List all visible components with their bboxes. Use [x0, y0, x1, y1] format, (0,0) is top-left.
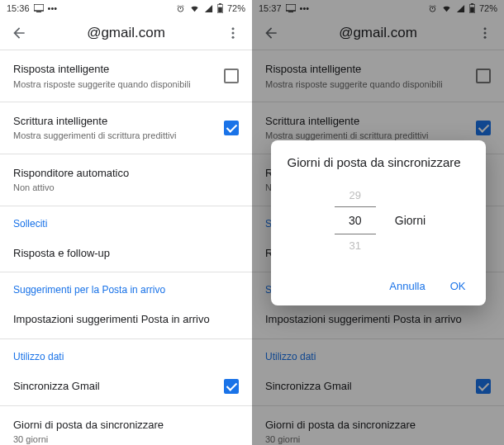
checkbox-smart-compose[interactable]	[224, 121, 239, 135]
svg-rect-8	[218, 7, 222, 12]
row-subtitle: 30 giorni	[13, 433, 239, 445]
svg-rect-7	[219, 3, 221, 4]
row-title: Risponditore automatico	[13, 166, 239, 181]
row-subtitle: Non attivo	[13, 182, 239, 193]
picker-next[interactable]: 31	[349, 234, 361, 257]
section-nudges: Solleciti	[0, 206, 252, 234]
row-sync-days[interactable]: Giorni di posta da sincronizzare 30 gior…	[0, 406, 252, 445]
row-subtitle: Mostra suggerimenti di scrittura preditt…	[13, 130, 224, 141]
status-time: 15:36	[7, 3, 30, 13]
row-subtitle: Mostra risposte suggerite quando disponi…	[13, 78, 224, 90]
svg-point-10	[232, 32, 235, 35]
status-battery-pct: 72%	[227, 3, 245, 13]
row-reply-followup[interactable]: Risposta e follow-up	[0, 234, 252, 272]
app-bar: @gmail.com	[0, 17, 252, 50]
row-title: Giorni di posta da sincronizzare	[13, 418, 239, 433]
row-title: Impostazioni suggerimenti Posta in arriv…	[13, 312, 239, 327]
battery-icon	[217, 3, 223, 13]
svg-rect-1	[36, 12, 41, 12]
status-bar: 15:36 ••• 72%	[0, 0, 252, 17]
alarm-icon	[176, 4, 185, 13]
signal-icon	[204, 4, 213, 13]
checkbox-sync-gmail[interactable]	[224, 379, 239, 394]
row-smart-compose[interactable]: Scrittura intelligente Mostra suggerimen…	[0, 102, 252, 154]
screen-left: 15:36 ••• 72% @gmail.com	[0, 0, 252, 445]
page-title: @gmail.com	[30, 25, 222, 41]
overflow-menu-button[interactable]	[222, 26, 244, 40]
row-title: Scrittura intelligente	[13, 114, 224, 129]
picker-prev[interactable]: 29	[349, 184, 361, 206]
dialog-scrim[interactable]: Giorni di posta da sincronizzare 29 30 3…	[252, 0, 504, 445]
dialog-title: Giorni di posta da sincronizzare	[288, 155, 469, 169]
section-inbox-tips: Suggerimenti per la Posta in arrivo	[0, 272, 252, 301]
row-title: Sincronizza Gmail	[13, 379, 224, 394]
number-picker[interactable]: 29 30 31 Giorni	[288, 184, 469, 257]
svg-line-4	[178, 5, 178, 6]
picker-unit: Giorni	[395, 214, 426, 227]
row-title: Risposta e follow-up	[13, 246, 239, 261]
cancel-button[interactable]: Annulla	[386, 275, 428, 297]
svg-line-5	[183, 5, 183, 6]
row-smart-reply[interactable]: Risposta intelligente Mostra risposte su…	[0, 50, 252, 102]
checkbox-smart-reply[interactable]	[224, 69, 239, 83]
section-data-usage: Utilizzo dati	[0, 339, 252, 367]
sync-days-dialog: Giorni di posta da sincronizzare 29 30 3…	[271, 140, 486, 305]
more-icon: •••	[48, 3, 58, 13]
screen-right: 15:37 ••• 72% @gmail.com	[252, 0, 504, 445]
ok-button[interactable]: OK	[447, 275, 469, 297]
picker-selected[interactable]: 30	[335, 206, 376, 234]
svg-point-2	[178, 6, 183, 11]
svg-point-11	[232, 36, 235, 39]
row-title: Risposta intelligente	[13, 62, 224, 77]
svg-point-9	[232, 27, 235, 30]
svg-rect-0	[34, 4, 44, 11]
settings-list: Risposta intelligente Mostra risposte su…	[0, 50, 252, 445]
row-sync-gmail[interactable]: Sincronizza Gmail	[0, 367, 252, 405]
back-button[interactable]	[8, 25, 30, 41]
row-autoresponder[interactable]: Risponditore automatico Non attivo	[0, 154, 252, 206]
screenshare-icon	[34, 4, 44, 12]
row-inbox-tips[interactable]: Impostazioni suggerimenti Posta in arriv…	[0, 301, 252, 338]
wifi-icon	[189, 4, 200, 13]
